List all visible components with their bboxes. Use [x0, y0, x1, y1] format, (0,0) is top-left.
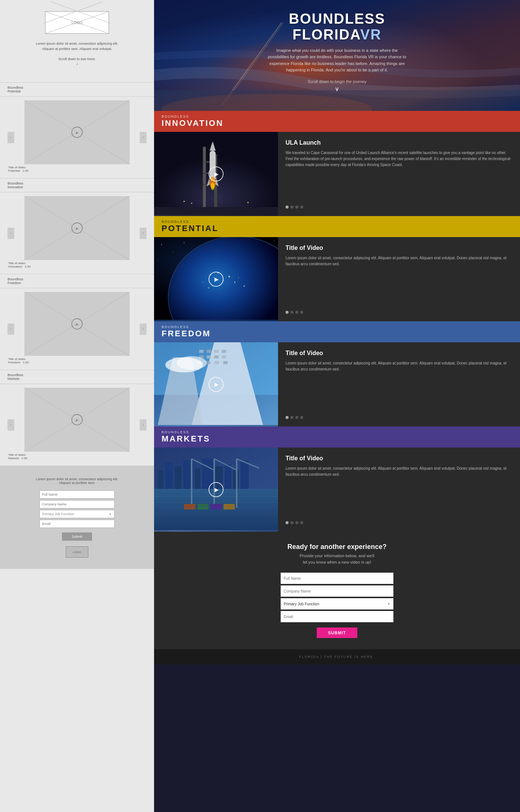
wf-scroll-arrow: ↓ — [8, 61, 147, 66]
design-banner-freedom-label: BOUNDLESS FREEDOM — [162, 325, 211, 339]
svg-rect-45 — [214, 350, 219, 353]
svg-rect-62 — [175, 466, 181, 489]
wf-video-box-freedom — [24, 292, 130, 356]
svg-rect-60 — [158, 470, 163, 489]
dot-m-1[interactable] — [286, 521, 289, 524]
svg-point-36 — [244, 286, 245, 287]
design-video-desc-innovation: We traveled to Cape Canaveral for one of… — [286, 150, 512, 200]
design-footer-text: FLORIDA | THE FUTURE IS HERE. — [162, 655, 512, 659]
svg-rect-64 — [195, 468, 200, 489]
svg-point-37 — [203, 282, 203, 283]
wf-nav-left-freedom[interactable]: ‹ — [8, 324, 14, 335]
design-input-email[interactable] — [281, 611, 393, 622]
design-video-innovation: ULA Launch We traveled to Cape Canaveral… — [154, 132, 520, 216]
wf-nav-right-innovation[interactable]: › — [140, 228, 147, 239]
dot-4[interactable] — [300, 206, 303, 209]
svg-rect-6 — [203, 147, 206, 211]
wf-play-btn-potential[interactable] — [71, 127, 83, 138]
wf-select-wrapper: Primary Job Function — [39, 510, 115, 518]
design-hero-section: BOUNDLESS FLORIDAVR Imagine what you cou… — [154, 0, 520, 111]
dot-2[interactable] — [290, 206, 293, 209]
dot-f-1[interactable] — [286, 416, 289, 419]
dot-f-4[interactable] — [300, 416, 303, 419]
dot-1[interactable] — [286, 206, 289, 209]
design-logo-line2: FLORIDAVR — [177, 27, 497, 43]
dot-p-2[interactable] — [290, 311, 293, 314]
svg-rect-54 — [223, 361, 228, 364]
wf-nav-left-potential[interactable]: ‹ — [8, 132, 14, 143]
wf-play-btn-freedom[interactable] — [71, 318, 83, 330]
wf-nav-left-innovation[interactable]: ‹ — [8, 228, 14, 239]
svg-rect-53 — [215, 361, 219, 364]
design-input-full-name[interactable] — [281, 573, 393, 584]
design-banner-markets: BOUNDLESS MARKETS — [154, 426, 520, 448]
svg-rect-50 — [222, 355, 226, 358]
design-potential-section: BOUNDLESS POTENTIAL — [154, 216, 520, 321]
design-freedom-section: BOUNDLESS FREEDOM — [154, 321, 520, 426]
design-play-potential[interactable] — [209, 272, 224, 287]
dot-p-1[interactable] — [286, 311, 289, 314]
wf-nav-right-markets[interactable]: › — [140, 419, 147, 431]
wf-select-job-function[interactable]: Primary Job Function — [39, 510, 115, 518]
design-video-desc-markets: Lorem ipsum dolor sit amet, consectetur … — [286, 466, 512, 516]
wf-scroll-label: Scroll down to see more. — [8, 57, 147, 61]
dot-f-2[interactable] — [290, 416, 293, 419]
wf-video-caption-potential: Title of video:Potential 1:30 — [8, 166, 147, 172]
wf-play-btn-markets[interactable] — [71, 414, 83, 425]
wf-input-full-name[interactable] — [39, 490, 115, 499]
design-video-dots-potential — [286, 311, 512, 314]
svg-rect-61 — [165, 463, 173, 489]
design-banner-potential-label: BOUNDLESS POTENTIAL — [162, 220, 219, 233]
svg-point-34 — [234, 282, 236, 283]
wf-footer-logo — [66, 546, 88, 558]
svg-point-22 — [161, 244, 162, 245]
dot-m-2[interactable] — [290, 521, 293, 524]
svg-point-18 — [183, 201, 185, 202]
dot-f-3[interactable] — [295, 416, 298, 419]
design-input-company[interactable] — [281, 585, 393, 597]
dot-3[interactable] — [295, 206, 298, 209]
design-panel: BOUNDLESS FLORIDAVR Imagine what you cou… — [154, 0, 520, 812]
dot-m-4[interactable] — [300, 521, 303, 524]
design-play-innovation[interactable] — [209, 166, 224, 181]
svg-point-19 — [191, 203, 192, 204]
design-video-info-freedom: Title of Video Lorem ipsum dolor sit ame… — [278, 342, 520, 426]
design-play-markets[interactable] — [209, 482, 224, 497]
wf-section-potential: BoundlessPotential ‹ › Title of video:Po… — [0, 83, 154, 178]
design-banner-innovation-label: BOUNDLESS INNOVATION — [162, 115, 224, 128]
design-banner-freedom: BOUNDLESS FREEDOM — [154, 321, 520, 342]
svg-rect-69 — [240, 461, 249, 489]
design-video-area-markets — [154, 448, 278, 532]
wf-nav-right-potential[interactable]: › — [140, 132, 147, 143]
dot-p-3[interactable] — [295, 311, 298, 314]
wf-video-caption-innovation: Title of video:Innovation 1:30 — [8, 262, 147, 268]
wf-logo-label: LOGO — [72, 21, 83, 25]
design-hero-content: BOUNDLESS FLORIDAVR Imagine what you cou… — [154, 0, 520, 100]
wf-section-innovation: BoundlessInnovation ‹ › Title of video:I… — [0, 178, 154, 274]
dot-p-4[interactable] — [300, 311, 303, 314]
svg-point-27 — [274, 240, 275, 241]
wf-nav-right-freedom[interactable]: › — [140, 324, 147, 335]
design-video-title-freedom: Title of Video — [286, 350, 512, 357]
wf-footer-text: Lorem ipsum dolor sit amet, consectetur … — [8, 477, 147, 485]
design-hero-scroll-text: Scroll down to begin the journey — [177, 79, 497, 84]
wf-section-freedom: BoundlessFreedom ‹ › Title of video:Free… — [0, 274, 154, 370]
wf-input-company[interactable] — [39, 500, 115, 508]
design-play-freedom[interactable] — [209, 377, 224, 392]
dot-m-3[interactable] — [295, 521, 298, 524]
design-innovation-section: BOUNDLESS INNOVATION — [154, 111, 520, 216]
wf-nav-left-markets[interactable]: ‹ — [8, 419, 14, 431]
svg-point-20 — [247, 202, 249, 203]
design-select-job-function[interactable]: Primary Job Function — [281, 598, 393, 609]
wf-submit-button[interactable]: Submit — [62, 532, 92, 541]
wf-play-btn-innovation[interactable] — [71, 222, 83, 234]
wf-hero-text: Lorem ipsum dolor sit amet, consectetur … — [8, 41, 147, 51]
wf-section-header-innovation: BoundlessInnovation — [0, 178, 154, 192]
design-video-potential: Title of Video Lorem ipsum dolor sit ame… — [154, 237, 520, 321]
wf-input-email[interactable] — [39, 520, 115, 528]
wf-logo-box: LOGO — [45, 11, 109, 34]
design-video-info-potential: Title of Video Lorem ipsum dolor sit ame… — [278, 237, 520, 321]
design-submit-button[interactable]: SUBMIT — [317, 628, 357, 638]
svg-rect-43 — [199, 350, 204, 353]
wf-video-box-markets — [24, 388, 130, 452]
